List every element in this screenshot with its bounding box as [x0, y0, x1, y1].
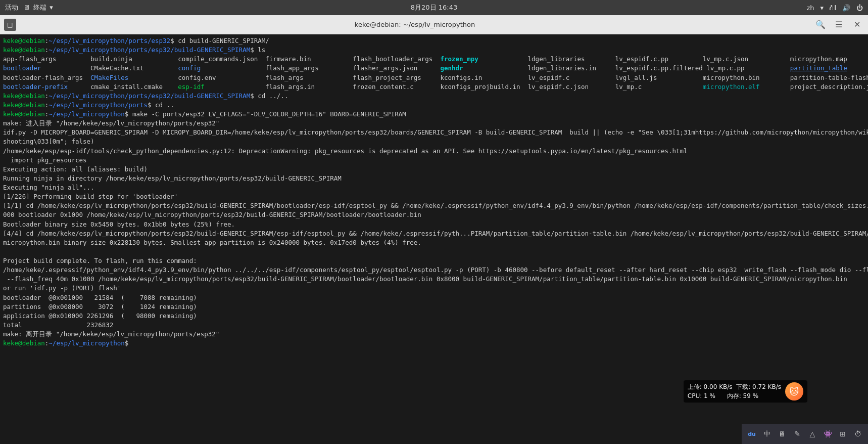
- volume-icon: 🔊: [842, 4, 850, 12]
- terminal-icon: 🖥: [23, 4, 30, 11]
- upload-label: 上传: 0.00 KB/s: [688, 383, 733, 390]
- terminal-titlebar: □ keke@debian: ~/esp/lv_micropython 🔍 ☰ …: [0, 15, 868, 34]
- perf-avatar: 🐱: [785, 382, 803, 401]
- activities-label[interactable]: 活动: [5, 3, 18, 12]
- download-label: 下载: 0.72 KB/s: [736, 383, 781, 390]
- taskbar-triangle-icon[interactable]: △: [806, 427, 818, 440]
- search-button[interactable]: 🔍: [813, 19, 828, 31]
- taskbar-du-icon[interactable]: du: [746, 427, 758, 440]
- network-icon: ⛙: [830, 4, 836, 12]
- memory-label: 内存: 59 %: [727, 392, 758, 399]
- perf-widget-text: 上传: 0.00 KB/s 下载: 0.72 KB/s CPU: 1 % 内存:…: [688, 382, 781, 401]
- taskbar-edit-icon[interactable]: ✎: [791, 427, 803, 440]
- taskbar-screen-icon[interactable]: 🖥: [776, 427, 788, 440]
- terminal-titlebar-left: □: [4, 19, 16, 31]
- power-icon: ⏻: [856, 4, 863, 12]
- system-bar-right: zh ▾ ⛙ 🔊 ⏻: [806, 4, 863, 12]
- terminal-titlebar-right: 🔍 ☰ ✕: [813, 19, 864, 31]
- system-bar-datetime: 8月20日 16:43: [411, 3, 457, 12]
- taskbar-chinese-icon[interactable]: 中: [761, 427, 773, 440]
- terminal-tab-icon: □: [4, 19, 16, 31]
- dropdown-icon: ▾: [50, 4, 53, 11]
- terminal-window: □ keke@debian: ~/esp/lv_micropython 🔍 ☰ …: [0, 15, 868, 444]
- terminal-title: keke@debian: ~/esp/lv_micropython: [16, 21, 813, 28]
- taskbar-grid-icon[interactable]: ⊞: [837, 427, 849, 440]
- taskbar: du 中 🖥 ✎ △ 👾 ⊞ ⏱: [742, 424, 868, 444]
- terminal-app-label[interactable]: 🖥 终端 ▾: [23, 3, 53, 12]
- cpu-label: CPU: 1 %: [688, 392, 715, 399]
- lang-label[interactable]: zh: [806, 4, 814, 12]
- system-bar-left: 活动 🖥 终端 ▾: [5, 3, 53, 12]
- close-button[interactable]: ✕: [850, 19, 864, 31]
- taskbar-game-icon[interactable]: 👾: [822, 427, 834, 440]
- system-bar: 活动 🖥 终端 ▾ 8月20日 16:43 zh ▾ ⛙ 🔊 ⏻: [0, 0, 868, 15]
- menu-button[interactable]: ☰: [832, 19, 846, 31]
- taskbar-clock-icon[interactable]: ⏱: [852, 427, 864, 440]
- perf-widget: 上传: 0.00 KB/s 下载: 0.72 KB/s CPU: 1 % 内存:…: [684, 380, 807, 403]
- lang-dropdown-icon: ▾: [820, 4, 824, 12]
